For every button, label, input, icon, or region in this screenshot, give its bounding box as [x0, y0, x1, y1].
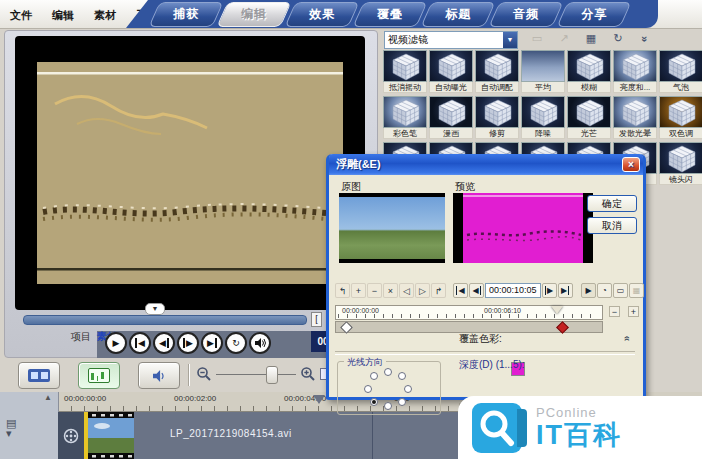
move-keyframe-right-icon[interactable]: ▷ — [415, 283, 430, 298]
trim-position-marker[interactable]: ▼ — [145, 303, 165, 315]
zoom-slider-knob[interactable] — [266, 366, 278, 384]
mode-project-label[interactable]: 项目 — [71, 331, 91, 342]
menu-clip[interactable]: 素材 — [94, 8, 116, 23]
go-next-keyframe-icon[interactable]: ↱ — [431, 283, 446, 298]
add-keyframe-icon[interactable]: + — [351, 283, 366, 298]
dialog-zoom-out[interactable]: − — [609, 306, 620, 317]
storyboard-view-button[interactable] — [18, 362, 60, 389]
next-frame-button[interactable]: ▶ — [177, 332, 199, 354]
dropdown-arrow-icon[interactable]: ▼ — [503, 32, 517, 48]
scroll-down-icon[interactable]: ▾ — [6, 428, 16, 438]
collapse-panel-icon[interactable]: » — [621, 336, 632, 342]
mark-in-handle[interactable]: [ — [311, 312, 322, 327]
prev-frame-button[interactable]: ◀ — [153, 332, 175, 354]
filter-thumbnail — [659, 142, 702, 174]
sort-gallery-icon[interactable]: ▦ — [582, 30, 600, 47]
light-dir-sw[interactable] — [370, 398, 378, 406]
gallery-dropdown[interactable]: 视频滤镜 ▼ — [384, 31, 518, 49]
dialog-timecode[interactable]: 00:00:10:05 — [485, 283, 541, 298]
filter-tile[interactable]: 镜头闪 — [659, 142, 702, 185]
filter-label: 修剪 — [475, 128, 519, 139]
keyframe-marker-current[interactable] — [556, 321, 569, 334]
tab-capture[interactable]: 捕获 — [148, 2, 223, 27]
filter-tile[interactable]: 自动调配 — [475, 50, 519, 93]
filter-tile[interactable]: 彩色笔 — [383, 96, 427, 139]
light-dir-e[interactable] — [404, 385, 412, 393]
enlarge-preview-icon[interactable]: ▭ — [613, 283, 628, 298]
menubar: 文件 编辑 素材 工具 捕获 编辑 效果 覆叠 标题 音频 分享 — [0, 0, 702, 29]
tab-edit[interactable]: 编辑 — [216, 2, 291, 27]
reverse-keyframes-icon[interactable]: × — [383, 283, 398, 298]
filter-tile[interactable]: 平均 — [521, 50, 565, 93]
filter-tile[interactable]: 漫画 — [429, 96, 473, 139]
end-button[interactable]: ▶ — [201, 332, 223, 354]
repeat-button[interactable]: ↻ — [225, 332, 247, 354]
video-clip[interactable]: LP_20171219084154.avi — [84, 412, 489, 459]
dialog-end-button[interactable]: ▶ — [558, 283, 573, 298]
light-dir-n[interactable] — [384, 368, 392, 376]
zoom-in-icon[interactable] — [300, 366, 316, 382]
gallery-dropdown-value: 视频滤镜 — [385, 32, 503, 48]
light-dir-nw[interactable] — [370, 372, 378, 380]
timeline-view-button[interactable] — [78, 362, 120, 389]
dialog-home-button[interactable]: ◀ — [453, 283, 468, 298]
filter-thumbnail — [383, 96, 427, 128]
filter-tile[interactable]: 光芒 — [567, 96, 611, 139]
filter-tile[interactable]: 双色调 — [659, 96, 702, 139]
filter-thumbnail — [521, 96, 565, 128]
light-dir-ne[interactable] — [398, 372, 406, 380]
zoom-out-icon[interactable] — [196, 366, 212, 382]
keyframe-marker-start[interactable] — [340, 321, 353, 334]
filter-label: 降噪 — [521, 128, 565, 139]
collapse-gallery-icon[interactable]: » — [636, 30, 654, 47]
depth-label: 深度(D) (1...5): — [459, 358, 525, 372]
timeline-zoom-slider[interactable] — [216, 374, 296, 375]
dialog-prev-frame-button[interactable]: ◀ — [469, 283, 484, 298]
emboss-dialog: 浮雕(&E) × 原图 预览 确定 取消 ↰ — [326, 154, 646, 400]
filter-label: 抵消摇动 — [383, 82, 427, 93]
dialog-playhead[interactable] — [551, 306, 563, 320]
scroll-up-icon[interactable]: ▲ — [44, 393, 52, 402]
go-prev-keyframe-icon[interactable]: ↰ — [335, 283, 350, 298]
home-button[interactable]: ◀ — [129, 332, 151, 354]
dialog-titlebar[interactable]: 浮雕(&E) × — [329, 154, 643, 175]
tab-audio[interactable]: 音频 — [488, 2, 563, 27]
remove-keyframe-icon[interactable]: − — [367, 283, 382, 298]
menu-edit[interactable]: 编辑 — [52, 8, 74, 23]
filter-tile[interactable]: 降噪 — [521, 96, 565, 139]
play-button[interactable]: ▶ — [105, 332, 127, 354]
watermark-title: IT百科 — [536, 420, 622, 450]
filter-tile[interactable]: 亮度和... — [613, 50, 657, 93]
tab-title[interactable]: 标题 — [420, 2, 495, 27]
speaker-icon — [153, 370, 166, 382]
tab-share[interactable]: 分享 — [556, 2, 631, 27]
playback-speed-icon[interactable]: ◔ — [597, 283, 612, 298]
filter-tile[interactable]: 发散光晕 — [613, 96, 657, 139]
ok-button[interactable]: 确定 — [587, 195, 637, 212]
menu-file[interactable]: 文件 — [10, 8, 32, 23]
timeline-playhead[interactable] — [313, 395, 325, 410]
filter-tile[interactable]: 自动曝光 — [429, 50, 473, 93]
options-icon[interactable]: ↻ — [609, 30, 627, 47]
tab-effect[interactable]: 效果 — [284, 2, 359, 27]
volume-button[interactable] — [249, 332, 271, 354]
dialog-play-button[interactable]: ▶ — [581, 283, 596, 298]
filter-tile[interactable]: 模糊 — [567, 50, 611, 93]
cancel-button[interactable]: 取消 — [587, 217, 637, 234]
audio-view-button[interactable] — [138, 362, 180, 389]
trim-bar[interactable] — [23, 315, 307, 325]
close-icon[interactable]: × — [622, 157, 640, 172]
move-keyframe-left-icon[interactable]: ◁ — [399, 283, 414, 298]
dialog-original-image — [339, 197, 445, 259]
light-dir-s[interactable] — [384, 402, 392, 410]
video-track-header[interactable] — [58, 412, 84, 459]
dialog-next-frame-button[interactable]: ▶ — [542, 283, 557, 298]
preview-monitor — [15, 36, 365, 310]
tab-overlay[interactable]: 覆叠 — [352, 2, 427, 27]
light-dir-w[interactable] — [364, 385, 372, 393]
filter-tile[interactable]: 气泡 — [659, 50, 702, 93]
filter-tile[interactable]: 修剪 — [475, 96, 519, 139]
filter-tile[interactable]: 抵消摇动 — [383, 50, 427, 93]
dialog-zoom-in[interactable]: + — [628, 306, 639, 317]
light-dir-se[interactable] — [398, 398, 406, 406]
